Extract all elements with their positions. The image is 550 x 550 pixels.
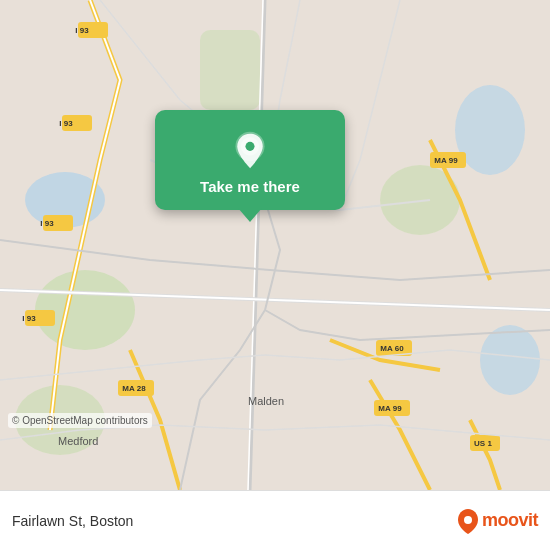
svg-text:I 93: I 93 bbox=[75, 26, 89, 35]
map-container[interactable]: I 93 I 93 I 93 I 93 MA 28 MA 99 MA 99 MA… bbox=[0, 0, 550, 490]
svg-text:MA 60: MA 60 bbox=[380, 344, 404, 353]
map-attribution: © OpenStreetMap contributors bbox=[8, 413, 152, 428]
svg-text:MA 28: MA 28 bbox=[122, 384, 146, 393]
location-pin-icon bbox=[230, 130, 270, 170]
svg-point-36 bbox=[464, 516, 472, 524]
svg-text:US 1: US 1 bbox=[474, 439, 492, 448]
svg-text:MA 99: MA 99 bbox=[378, 404, 402, 413]
svg-text:MA 99: MA 99 bbox=[434, 156, 458, 165]
svg-text:I 93: I 93 bbox=[22, 314, 36, 323]
map-popup[interactable]: Take me there bbox=[155, 110, 345, 210]
moovit-logo-text: moovit bbox=[482, 510, 538, 531]
moovit-logo-icon bbox=[454, 507, 482, 535]
moovit-logo[interactable]: moovit bbox=[454, 507, 538, 535]
svg-point-35 bbox=[245, 142, 254, 151]
svg-rect-7 bbox=[200, 30, 260, 110]
svg-text:I 93: I 93 bbox=[59, 119, 73, 128]
popup-label: Take me there bbox=[200, 178, 300, 195]
svg-text:Malden: Malden bbox=[248, 395, 284, 407]
svg-point-3 bbox=[480, 325, 540, 395]
bottom-bar: Fairlawn St, Boston moovit bbox=[0, 490, 550, 550]
address-label: Fairlawn St, Boston bbox=[12, 513, 133, 529]
svg-text:I 93: I 93 bbox=[40, 219, 54, 228]
svg-text:Medford: Medford bbox=[58, 435, 98, 447]
